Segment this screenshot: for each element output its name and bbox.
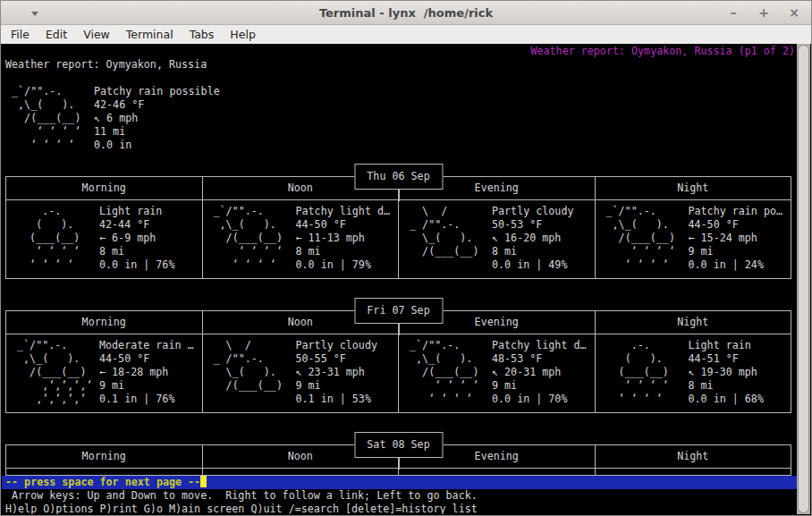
table-border-stub bbox=[399, 458, 400, 469]
weather-art-icon: _`/"".-. ,\_( ). /(___(__) ‘ ‘ ‘ ‘ ‘ ‘ ‘… bbox=[5, 85, 94, 152]
menu-bar: File Edit View Terminal Tabs Help bbox=[1, 25, 811, 44]
column-header: Morning bbox=[6, 311, 203, 334]
forecast-day-table: Thu 06 Sep MorningNoonEveningNight .-. (… bbox=[5, 176, 791, 279]
forecast-date: Fri 07 Sep bbox=[354, 298, 443, 324]
terminal-cursor bbox=[200, 476, 207, 487]
weather-report: Weather report: Oymyakon, Russia _`/"".-… bbox=[5, 58, 791, 476]
forecast-details: Patchy rain po… 44-50 °F ← 15-24 mph 9 m… bbox=[689, 205, 783, 278]
forecast-day-table: Fri 07 Sep MorningNoonEveningNight _`/""… bbox=[5, 310, 791, 413]
forecast-cell: _`/"".-. ,\_( ). /(___(__) ‘ ‘ ‘ ‘ ‘ ‘ ‘… bbox=[399, 334, 596, 412]
weather-art-icon: \ / _ /"".-. \_( ). /(___(__) bbox=[403, 205, 492, 278]
forecast-date-label: Thu 06 Sep bbox=[367, 170, 429, 182]
forecast-cell: _`/"".-. ,\_( ). /(___(__) ‘ ‘ ‘ ‘ ‘ ‘ ‘… bbox=[596, 200, 791, 278]
lynx-help-line-2: H)elp O)ptions P)rint G)o M)ain screen Q… bbox=[2, 503, 797, 514]
forecast-date: Sat 08 Sep bbox=[354, 432, 443, 458]
forecast-details: Light rain 42-44 °F ← 6-9 mph 8 mi 0.0 i… bbox=[99, 205, 174, 278]
forecast-details: Partly cloudy 50-55 °F ↖ 23-31 mph 9 mi … bbox=[296, 339, 377, 412]
weather-art-icon: _`/"".-. ,\_( ). /(___(__) ‘ ‘ ‘ ‘ ‘ ‘ ‘… bbox=[207, 205, 296, 278]
lynx-page-title: Weather report: Oymyakon, Russia (p1 of … bbox=[2, 45, 797, 58]
minimize-button[interactable]: – bbox=[727, 6, 740, 19]
forecast-cell bbox=[6, 469, 203, 475]
weather-art-icon: .-. ( ). (___(__) ‘ ‘ ‘ ‘ ‘ ‘ ‘ ‘ bbox=[11, 205, 99, 278]
forecast-date: Thu 06 Sep bbox=[354, 164, 443, 190]
window-controls: – + × bbox=[727, 1, 800, 24]
menu-file[interactable]: File bbox=[3, 28, 38, 41]
status-text: -- press space for next page -- bbox=[5, 476, 200, 488]
terminal-screen[interactable]: Weather report: Oymyakon, Russia (p1 of … bbox=[2, 44, 797, 514]
forecast-details: Moderate rain … 44-50 °F ← 18-28 mph 9 m… bbox=[99, 339, 194, 412]
weather-art-icon: \ / _ /"".-. \_( ). /(___(__) bbox=[207, 339, 296, 412]
menu-help[interactable]: Help bbox=[222, 28, 264, 41]
weather-heading: Weather report: Oymyakon, Russia bbox=[5, 58, 791, 72]
forecast-cell: .-. ( ). (___(__) ‘ ‘ ‘ ‘ ‘ ‘ ‘ ‘ Light … bbox=[6, 200, 203, 278]
forecast-details: Patchy light d… 48-53 °F ↖ 20-31 mph 9 m… bbox=[492, 339, 587, 412]
terminal-scrollbar[interactable] bbox=[797, 44, 810, 514]
weather-art-icon: _`/"".-. ,\_( ). /(___(__) ‘ ‘ ‘ ‘ ‘ ‘ ‘… bbox=[600, 205, 689, 278]
column-header: Morning bbox=[6, 445, 203, 468]
forecast-date-label: Fri 07 Sep bbox=[367, 304, 429, 317]
weather-art-icon: _`/"".-. ,\_( ). /(___(__) ‘ ‘ ‘ ‘ ‘ ‘ ‘… bbox=[403, 339, 492, 412]
forecast-day-table: Sat 08 Sep MorningNoonEveningNight bbox=[5, 444, 791, 476]
forecast-cell bbox=[399, 469, 596, 475]
window-titlebar[interactable]: Terminal - lynx /home/rick – + × bbox=[1, 1, 811, 25]
forecast-row: _`/"".-. ,\_( ). /(___(__) ‚‘‚‘‚‘‚‘ ‚‘‚‘… bbox=[6, 334, 791, 412]
table-border-stub bbox=[399, 190, 400, 201]
table-border-stub bbox=[399, 324, 400, 335]
forecast-days: Thu 06 Sep MorningNoonEveningNight .-. (… bbox=[5, 176, 791, 476]
forecast-row bbox=[6, 469, 791, 475]
forecast-details: Partly cloudy 50-53 °F ↖ 16-20 mph 8 mi … bbox=[492, 205, 573, 278]
column-header: Night bbox=[596, 311, 791, 334]
column-header: Night bbox=[596, 177, 791, 199]
forecast-cell: \ / _ /"".-. \_( ). /(___(__) Partly clo… bbox=[203, 334, 400, 412]
maximize-button[interactable]: + bbox=[757, 6, 770, 19]
current-details: Patchy rain possible 42-46 °F ↖ 6 mph 11… bbox=[94, 85, 220, 152]
current-conditions: _`/"".-. ,\_( ). /(___(__) ‘ ‘ ‘ ‘ ‘ ‘ ‘… bbox=[5, 85, 791, 152]
window-title: Terminal - lynx /home/rick bbox=[1, 6, 811, 20]
terminal-window: Terminal - lynx /home/rick – + × File Ed… bbox=[0, 0, 812, 516]
menu-view[interactable]: View bbox=[75, 28, 118, 41]
weather-art-icon: _`/"".-. ,\_( ). /(___(__) ‚‘‚‘‚‘‚‘ ‚‘‚‘… bbox=[11, 339, 99, 412]
forecast-details: Light rain 44-51 °F ↖ 19-30 mph 8 mi 0.0… bbox=[689, 339, 764, 412]
menu-edit[interactable]: Edit bbox=[38, 28, 75, 41]
forecast-details: Patchy light d… 44-50 °F ← 11-13 mph 8 m… bbox=[296, 205, 391, 278]
forecast-date-label: Sat 08 Sep bbox=[367, 438, 429, 451]
weather-art-icon: .-. ( ). (___(__) ‘ ‘ ‘ ‘ ‘ ‘ ‘ ‘ bbox=[600, 339, 689, 412]
column-header: Morning bbox=[6, 177, 203, 199]
forecast-cell: \ / _ /"".-. \_( ). /(___(__) Partly clo… bbox=[399, 200, 596, 278]
forecast-cell: _`/"".-. ,\_( ). /(___(__) ‘ ‘ ‘ ‘ ‘ ‘ ‘… bbox=[203, 200, 400, 278]
lynx-status-bar: -- press space for next page -- bbox=[2, 476, 797, 489]
forecast-cell: _`/"".-. ,\_( ). /(___(__) ‚‘‚‘‚‘‚‘ ‚‘‚‘… bbox=[6, 334, 203, 412]
forecast-cell: .-. ( ). (___(__) ‘ ‘ ‘ ‘ ‘ ‘ ‘ ‘ Light … bbox=[596, 334, 791, 412]
lynx-help-line-1: Arrow keys: Up and Down to move. Right t… bbox=[2, 489, 797, 503]
scrollbar-thumb[interactable] bbox=[798, 45, 809, 513]
menu-tabs[interactable]: Tabs bbox=[182, 28, 223, 41]
forecast-cell bbox=[203, 469, 400, 475]
forecast-cell bbox=[596, 469, 791, 475]
column-header: Night bbox=[596, 445, 791, 468]
forecast-row: .-. ( ). (___(__) ‘ ‘ ‘ ‘ ‘ ‘ ‘ ‘ Light … bbox=[6, 200, 791, 278]
menu-terminal[interactable]: Terminal bbox=[118, 28, 182, 41]
close-button[interactable]: × bbox=[788, 6, 800, 19]
